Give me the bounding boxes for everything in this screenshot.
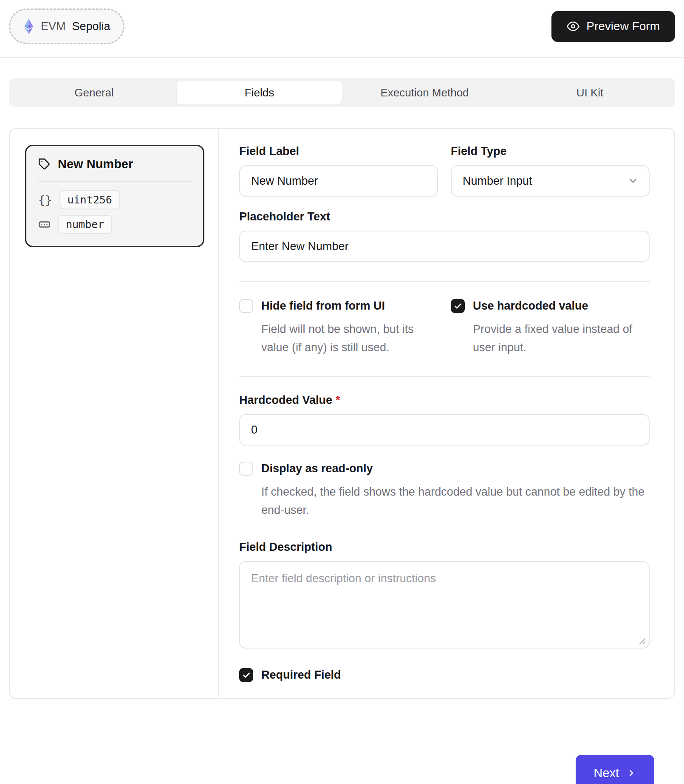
hardcoded-value-group: Hardcoded Value*: [239, 394, 650, 446]
field-card-header: New Number: [38, 157, 191, 171]
use-hardcoded-group: Use hardcoded value Provide a fixed valu…: [451, 299, 650, 357]
field-type-row: {} uint256: [38, 190, 191, 209]
use-hardcoded-checkbox[interactable]: [451, 299, 465, 313]
field-description-textarea[interactable]: [239, 561, 650, 649]
input-type-row: number: [38, 215, 191, 234]
tag-icon: [38, 158, 51, 170]
readonly-checkbox[interactable]: [239, 462, 253, 476]
preview-form-button[interactable]: Preview Form: [551, 11, 675, 42]
field-card-divider: [38, 181, 191, 182]
required-asterisk: *: [336, 394, 340, 406]
field-list-column: New Number {} uint256 number: [10, 129, 219, 698]
hardcoded-value-input[interactable]: [239, 414, 650, 446]
braces-icon: {}: [38, 193, 52, 206]
field-description-label: Field Description: [239, 541, 650, 554]
hardcoded-value-label: Hardcoded Value*: [239, 394, 650, 407]
readonly-description: If checked, the field shows the hardcode…: [261, 483, 650, 519]
eye-icon: [567, 20, 579, 33]
header-divider: [0, 57, 684, 58]
required-field-group: Required Field: [239, 668, 650, 682]
required-field-checkbox[interactable]: [239, 668, 253, 682]
field-label-label: Field Label: [239, 145, 438, 158]
next-button-label: Next: [594, 766, 619, 780]
field-description-group: Field Description: [239, 541, 650, 649]
placeholder-text-input[interactable]: [239, 231, 650, 262]
chevron-right-icon: [626, 768, 636, 778]
preview-form-label: Preview Form: [586, 20, 660, 33]
input-kind-badge: number: [58, 215, 112, 234]
use-hardcoded-description: Provide a fixed value instead of user in…: [473, 320, 650, 357]
placeholder-text-label: Placeholder Text: [239, 210, 650, 223]
placeholder-text-group: Placeholder Text: [239, 210, 650, 262]
fields-panel: New Number {} uint256 number Fie: [9, 128, 675, 699]
tab-ui-kit[interactable]: UI Kit: [507, 81, 673, 104]
chevron-down-icon: [627, 175, 639, 186]
field-card-new-number[interactable]: New Number {} uint256 number: [25, 145, 204, 247]
tab-bar: General Fields Execution Method UI Kit: [9, 78, 675, 107]
field-type-label: Field Type: [451, 145, 650, 158]
hide-field-group: Hide field from form UI Field will not b…: [239, 299, 438, 357]
required-field-label[interactable]: Required Field: [261, 668, 341, 682]
network-badge-chain: EVM: [41, 20, 66, 33]
tab-fields[interactable]: Fields: [177, 81, 342, 104]
tab-execution-method[interactable]: Execution Method: [342, 81, 507, 104]
tab-general[interactable]: General: [11, 81, 177, 104]
next-button[interactable]: Next: [576, 755, 654, 784]
header: EVM Sepolia Preview Form: [0, 0, 684, 44]
field-type-select[interactable]: Number Input: [451, 165, 650, 197]
field-card-title: New Number: [58, 157, 133, 171]
hide-field-label[interactable]: Hide field from form UI: [261, 299, 385, 313]
section-divider-1: [239, 281, 650, 282]
readonly-label[interactable]: Display as read-only: [261, 462, 373, 475]
footer: Next: [0, 755, 684, 784]
field-editor-column: Field Label Field Type Number Input Plac…: [219, 129, 674, 698]
network-badge[interactable]: EVM Sepolia: [9, 8, 124, 44]
field-label-input[interactable]: [239, 165, 438, 197]
solidity-type-badge: uint256: [59, 190, 120, 209]
hide-field-description: Field will not be shown, but its value (…: [261, 320, 438, 357]
field-type-selected-value: Number Input: [463, 175, 532, 188]
field-label-group: Field Label: [239, 145, 438, 197]
network-badge-name: Sepolia: [72, 20, 110, 33]
readonly-group: Display as read-only If checked, the fie…: [239, 462, 650, 519]
field-type-group: Field Type Number Input: [451, 145, 650, 197]
ethereum-icon: [23, 19, 34, 34]
section-divider-2: [239, 376, 650, 377]
use-hardcoded-label[interactable]: Use hardcoded value: [473, 299, 588, 313]
hide-field-checkbox[interactable]: [239, 299, 253, 313]
input-field-icon: [38, 218, 51, 231]
